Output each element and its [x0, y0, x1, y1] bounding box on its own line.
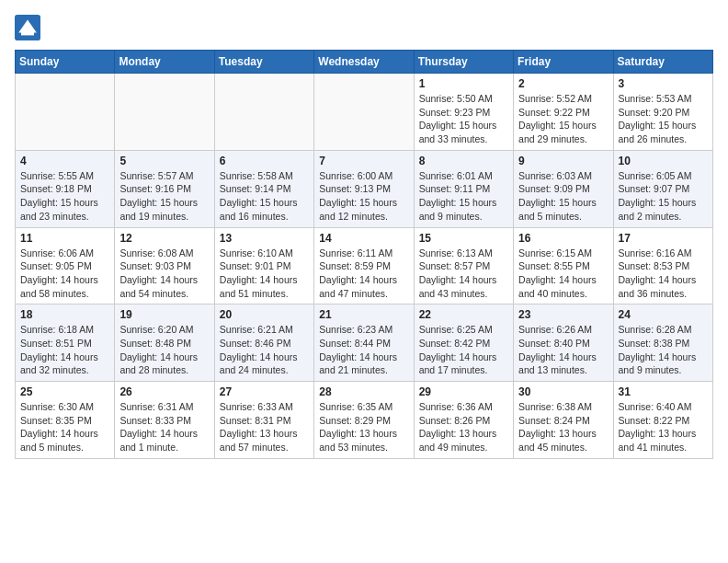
day-number: 17: [619, 232, 708, 245]
calendar-cell: 23Sunrise: 6:26 AM Sunset: 8:40 PM Dayli…: [514, 304, 613, 382]
logo-icon: [15, 15, 40, 40]
weekday-header-row: SundayMondayTuesdayWednesdayThursdayFrid…: [16, 51, 713, 74]
day-number: 2: [518, 77, 608, 90]
day-number: 25: [20, 385, 109, 398]
day-info: Sunrise: 6:01 AM Sunset: 9:11 PM Dayligh…: [419, 169, 508, 224]
day-number: 6: [220, 155, 309, 167]
calendar-cell: 29Sunrise: 6:36 AM Sunset: 8:26 PM Dayli…: [414, 382, 513, 459]
day-info: Sunrise: 6:33 AM Sunset: 8:31 PM Dayligh…: [220, 400, 309, 454]
day-info: Sunrise: 6:08 AM Sunset: 9:03 PM Dayligh…: [119, 247, 209, 301]
calendar-cell: 26Sunrise: 6:31 AM Sunset: 8:33 PM Dayli…: [115, 382, 214, 459]
weekday-header-saturday: Saturday: [613, 51, 712, 74]
weekday-header-wednesday: Wednesday: [314, 51, 414, 74]
calendar-cell: 4Sunrise: 5:55 AM Sunset: 9:18 PM Daylig…: [16, 150, 115, 227]
day-number: 24: [619, 308, 708, 321]
calendar-week-2: 4Sunrise: 5:55 AM Sunset: 9:18 PM Daylig…: [16, 150, 713, 227]
calendar-cell: 9Sunrise: 6:03 AM Sunset: 9:09 PM Daylig…: [514, 150, 613, 227]
day-number: 19: [119, 308, 209, 321]
calendar-cell: [115, 74, 214, 151]
day-number: 16: [518, 232, 608, 245]
calendar-cell: 7Sunrise: 6:00 AM Sunset: 9:13 PM Daylig…: [314, 150, 414, 227]
day-info: Sunrise: 5:58 AM Sunset: 9:14 PM Dayligh…: [220, 169, 309, 224]
day-number: 9: [518, 155, 608, 167]
day-info: Sunrise: 6:31 AM Sunset: 8:33 PM Dayligh…: [119, 400, 209, 454]
weekday-header-friday: Friday: [514, 51, 613, 74]
day-number: 8: [419, 155, 508, 167]
calendar-cell: 8Sunrise: 6:01 AM Sunset: 9:11 PM Daylig…: [414, 150, 513, 227]
day-number: 23: [518, 308, 608, 321]
day-number: 5: [119, 155, 209, 167]
day-number: 7: [319, 155, 408, 167]
calendar-cell: 20Sunrise: 6:21 AM Sunset: 8:46 PM Dayli…: [214, 304, 313, 382]
calendar-cell: 3Sunrise: 5:53 AM Sunset: 9:20 PM Daylig…: [613, 74, 712, 151]
day-number: 30: [518, 385, 608, 398]
calendar-table: SundayMondayTuesdayWednesdayThursdayFrid…: [15, 50, 713, 459]
calendar-cell: 11Sunrise: 6:06 AM Sunset: 9:05 PM Dayli…: [16, 227, 115, 304]
day-info: Sunrise: 6:15 AM Sunset: 8:55 PM Dayligh…: [518, 247, 608, 301]
day-number: 26: [119, 385, 209, 398]
day-info: Sunrise: 6:13 AM Sunset: 8:57 PM Dayligh…: [419, 247, 508, 301]
day-info: Sunrise: 6:03 AM Sunset: 9:09 PM Dayligh…: [518, 169, 608, 224]
day-number: 27: [220, 385, 309, 398]
day-info: Sunrise: 6:36 AM Sunset: 8:26 PM Dayligh…: [419, 400, 508, 454]
svg-rect-2: [21, 31, 34, 35]
weekday-header-sunday: Sunday: [16, 51, 115, 74]
day-info: Sunrise: 6:06 AM Sunset: 9:05 PM Dayligh…: [20, 247, 109, 301]
calendar-cell: 25Sunrise: 6:30 AM Sunset: 8:35 PM Dayli…: [16, 382, 115, 459]
day-info: Sunrise: 6:35 AM Sunset: 8:29 PM Dayligh…: [319, 400, 408, 454]
day-info: Sunrise: 6:20 AM Sunset: 8:48 PM Dayligh…: [119, 323, 209, 377]
day-info: Sunrise: 5:57 AM Sunset: 9:16 PM Dayligh…: [119, 169, 209, 224]
day-number: 31: [619, 385, 708, 398]
day-number: 22: [419, 308, 508, 321]
calendar-cell: 22Sunrise: 6:25 AM Sunset: 8:42 PM Dayli…: [414, 304, 513, 382]
day-info: Sunrise: 6:05 AM Sunset: 9:07 PM Dayligh…: [619, 169, 708, 224]
day-info: Sunrise: 6:18 AM Sunset: 8:51 PM Dayligh…: [20, 323, 109, 377]
calendar-cell: 12Sunrise: 6:08 AM Sunset: 9:03 PM Dayli…: [115, 227, 214, 304]
day-info: Sunrise: 6:21 AM Sunset: 8:46 PM Dayligh…: [220, 323, 309, 377]
calendar-cell: 30Sunrise: 6:38 AM Sunset: 8:24 PM Dayli…: [514, 382, 613, 459]
calendar-week-4: 18Sunrise: 6:18 AM Sunset: 8:51 PM Dayli…: [16, 304, 713, 382]
calendar-cell: 27Sunrise: 6:33 AM Sunset: 8:31 PM Dayli…: [214, 382, 313, 459]
day-info: Sunrise: 6:16 AM Sunset: 8:53 PM Dayligh…: [619, 247, 708, 301]
calendar-cell: 15Sunrise: 6:13 AM Sunset: 8:57 PM Dayli…: [414, 227, 513, 304]
calendar-cell: 19Sunrise: 6:20 AM Sunset: 8:48 PM Dayli…: [115, 304, 214, 382]
calendar-cell: 5Sunrise: 5:57 AM Sunset: 9:16 PM Daylig…: [115, 150, 214, 227]
weekday-header-thursday: Thursday: [414, 51, 513, 74]
day-number: 1: [419, 77, 508, 90]
day-number: 14: [319, 232, 408, 245]
calendar-cell: 28Sunrise: 6:35 AM Sunset: 8:29 PM Dayli…: [314, 382, 414, 459]
calendar-cell: 1Sunrise: 5:50 AM Sunset: 9:23 PM Daylig…: [414, 74, 513, 151]
day-info: Sunrise: 6:28 AM Sunset: 8:38 PM Dayligh…: [619, 323, 708, 377]
calendar-cell: 18Sunrise: 6:18 AM Sunset: 8:51 PM Dayli…: [16, 304, 115, 382]
calendar-cell: 14Sunrise: 6:11 AM Sunset: 8:59 PM Dayli…: [314, 227, 414, 304]
day-info: Sunrise: 6:11 AM Sunset: 8:59 PM Dayligh…: [319, 247, 408, 301]
day-number: 11: [20, 232, 109, 245]
calendar-cell: 6Sunrise: 5:58 AM Sunset: 9:14 PM Daylig…: [214, 150, 313, 227]
day-info: Sunrise: 6:26 AM Sunset: 8:40 PM Dayligh…: [518, 323, 608, 377]
day-number: 20: [220, 308, 309, 321]
logo: [15, 15, 44, 40]
day-number: 13: [220, 232, 309, 245]
day-number: 29: [419, 385, 508, 398]
day-info: Sunrise: 6:25 AM Sunset: 8:42 PM Dayligh…: [419, 323, 508, 377]
day-number: 28: [319, 385, 408, 398]
day-number: 3: [619, 77, 708, 90]
day-number: 15: [419, 232, 508, 245]
day-number: 10: [619, 155, 708, 167]
day-number: 12: [119, 232, 209, 245]
day-info: Sunrise: 5:50 AM Sunset: 9:23 PM Dayligh…: [419, 92, 508, 146]
calendar-cell: 10Sunrise: 6:05 AM Sunset: 9:07 PM Dayli…: [613, 150, 712, 227]
day-info: Sunrise: 5:53 AM Sunset: 9:20 PM Dayligh…: [619, 92, 708, 146]
calendar-cell: [16, 74, 115, 151]
day-info: Sunrise: 6:30 AM Sunset: 8:35 PM Dayligh…: [20, 400, 109, 454]
calendar-cell: [214, 74, 313, 151]
calendar-week-5: 25Sunrise: 6:30 AM Sunset: 8:35 PM Dayli…: [16, 382, 713, 459]
weekday-header-tuesday: Tuesday: [214, 51, 313, 74]
calendar-cell: 17Sunrise: 6:16 AM Sunset: 8:53 PM Dayli…: [613, 227, 712, 304]
day-info: Sunrise: 6:23 AM Sunset: 8:44 PM Dayligh…: [319, 323, 408, 377]
calendar-cell: 2Sunrise: 5:52 AM Sunset: 9:22 PM Daylig…: [514, 74, 613, 151]
weekday-header-monday: Monday: [115, 51, 214, 74]
calendar-cell: 13Sunrise: 6:10 AM Sunset: 9:01 PM Dayli…: [214, 227, 313, 304]
day-number: 4: [20, 155, 109, 167]
day-info: Sunrise: 6:40 AM Sunset: 8:22 PM Dayligh…: [619, 400, 708, 454]
